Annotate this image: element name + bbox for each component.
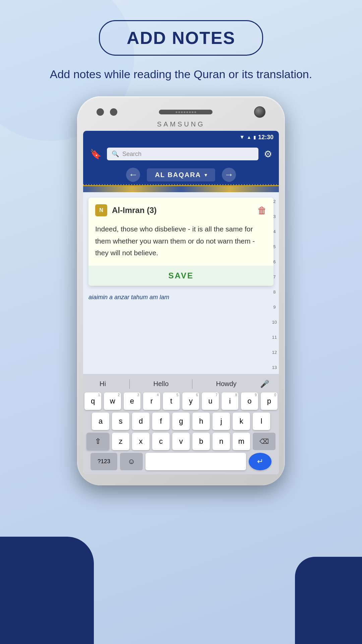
key-z[interactable]: z: [112, 433, 129, 450]
sensor-dot-2: [110, 108, 117, 116]
surah-nav-bar: ← AL BAQARA ▾ →: [83, 164, 279, 186]
key-s[interactable]: s: [112, 413, 129, 430]
next-surah-button[interactable]: →: [222, 168, 236, 182]
key-c[interactable]: c: [152, 433, 170, 450]
keyboard-row-3: ⇧ z x c v b n m ⌫: [84, 433, 278, 450]
key-k[interactable]: k: [233, 413, 250, 430]
emoji-key[interactable]: ☺: [120, 453, 143, 470]
delete-note-button[interactable]: 🗑: [257, 205, 267, 216]
enter-key[interactable]: ↵: [249, 453, 272, 470]
front-camera: [254, 106, 265, 118]
key-y[interactable]: 6y: [182, 392, 199, 410]
chevron-down-icon: ▾: [204, 172, 207, 178]
suggestion-hi[interactable]: Hi: [93, 379, 113, 389]
bookmark-icon[interactable]: 🔖: [90, 149, 102, 160]
key-f[interactable]: f: [152, 413, 170, 430]
phone-outer-shell: SAMSUNG ▼ ▲ ▮ 12:30 🔖 🔍 Search ⚙: [77, 96, 285, 485]
phone-mockup: SAMSUNG ▼ ▲ ▮ 12:30 🔖 🔍 Search ⚙: [0, 96, 362, 485]
subtitle-text: Add notes while reading the Quran or its…: [23, 66, 339, 83]
key-q[interactable]: 1q: [84, 392, 101, 410]
decorative-border: [83, 186, 279, 192]
prev-surah-button[interactable]: ←: [126, 168, 140, 182]
backspace-key[interactable]: ⌫: [253, 433, 276, 450]
key-p[interactable]: 0p: [261, 392, 278, 410]
key-r[interactable]: 4r: [143, 392, 160, 410]
search-icon: 🔍: [112, 150, 119, 158]
key-x[interactable]: x: [132, 433, 149, 450]
header-section: ADD NOTES Add notes while reading the Qu…: [0, 0, 362, 83]
key-w[interactable]: 2w: [104, 392, 121, 410]
keyboard-bottom-row: ?123 ☺ ↵: [84, 453, 278, 472]
suggestion-hello[interactable]: Hello: [146, 379, 175, 389]
key-i[interactable]: 8i: [222, 392, 238, 410]
key-g[interactable]: g: [172, 413, 190, 430]
search-bar[interactable]: 🔍 Search: [107, 148, 258, 160]
arabic-transliteration: aiaimin a anzar tahum am lam: [88, 294, 169, 301]
note-title-row: N Al-Imran (3): [95, 204, 157, 216]
sensor-dot-1: [97, 108, 104, 116]
wifi-icon: ▼: [239, 134, 245, 140]
signal-icon: ▲: [247, 135, 251, 140]
note-content-text: Indeed, those who disbelieve - it is all…: [95, 223, 267, 259]
status-icons: ▼ ▲ ▮ 12:30: [239, 134, 274, 141]
key-l[interactable]: l: [253, 413, 270, 430]
key-b[interactable]: b: [192, 433, 210, 450]
battery-icon: ▮: [253, 135, 256, 140]
shift-key[interactable]: ⇧: [86, 433, 109, 450]
page-title: ADD NOTES: [127, 28, 235, 48]
save-note-button[interactable]: SAVE: [88, 266, 274, 286]
note-card: N Al-Imran (3) 🗑 Indeed, those who disbe…: [88, 198, 274, 286]
phone-top-bar: [83, 102, 279, 120]
note-card-header: N Al-Imran (3) 🗑: [95, 204, 267, 216]
keyboard-area: Hi Hello Howdy 🎤 1q 2w 3e 4r 5t 6y 7u 8: [83, 374, 279, 474]
numeric-mode-key[interactable]: ?123: [90, 453, 117, 470]
current-surah-name: AL BAQARA: [155, 171, 201, 179]
suggestions-row: Hi Hello Howdy 🎤: [84, 377, 278, 392]
phone-screen: ▼ ▲ ▮ 12:30 🔖 🔍 Search ⚙ ← AL BAQA: [83, 131, 279, 474]
speaker-bar: [159, 110, 213, 114]
search-input-placeholder: Search: [122, 151, 141, 158]
key-d[interactable]: d: [132, 413, 149, 430]
note-surah-title: Al-Imran (3): [112, 206, 157, 215]
keyboard-row-2: a s d f g h j k l: [84, 413, 278, 430]
key-j[interactable]: j: [213, 413, 230, 430]
phone-sensors: [97, 108, 117, 116]
key-n[interactable]: n: [213, 433, 230, 450]
status-bar: ▼ ▲ ▮ 12:30: [83, 131, 279, 144]
key-e[interactable]: 3e: [124, 392, 140, 410]
key-t[interactable]: 5t: [163, 392, 180, 410]
spacebar-key[interactable]: [145, 453, 246, 470]
key-o[interactable]: 9o: [241, 392, 258, 410]
key-h[interactable]: h: [192, 413, 210, 430]
suggestion-divider-1: [129, 379, 130, 389]
key-u[interactable]: 7u: [202, 392, 219, 410]
settings-icon[interactable]: ⚙: [264, 149, 272, 160]
keyboard-row-1: 1q 2w 3e 4r 5t 6y 7u 8i 9o 0p: [84, 392, 278, 410]
key-a[interactable]: a: [92, 413, 109, 430]
key-m[interactable]: m: [233, 433, 250, 450]
key-v[interactable]: v: [172, 433, 190, 450]
add-notes-badge: ADD NOTES: [99, 20, 263, 56]
arabic-text-area: aiaimin a anzar tahum am lam: [83, 291, 279, 304]
brand-label: SAMSUNG: [83, 120, 279, 128]
note-badge: N: [95, 204, 107, 216]
app-toolbar: 🔖 🔍 Search ⚙: [83, 144, 279, 164]
mic-icon[interactable]: 🎤: [260, 380, 269, 388]
save-label: SAVE: [168, 271, 194, 280]
suggestion-divider-2: [192, 379, 192, 389]
status-time: 12:30: [258, 134, 274, 141]
surah-selector-button[interactable]: AL BAQARA ▾: [147, 168, 215, 181]
suggestion-howdy[interactable]: Howdy: [209, 379, 243, 389]
